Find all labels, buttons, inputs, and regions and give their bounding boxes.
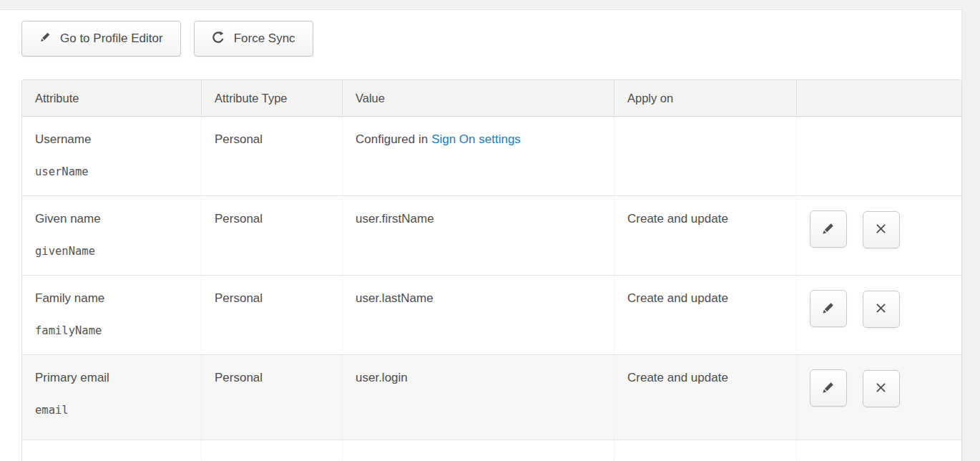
column-header-attribute-type: Attribute Type	[201, 80, 342, 117]
pencil-icon	[39, 31, 52, 47]
sign-on-settings-link[interactable]: Sign On settings	[431, 132, 521, 146]
content-card: Go to Profile Editor Force Sync Attribut…	[0, 9, 962, 461]
value-text: Configured in	[356, 132, 428, 146]
close-icon	[874, 381, 888, 397]
force-sync-button[interactable]: Force Sync	[194, 21, 313, 57]
attribute-variable-name: userName	[35, 165, 188, 178]
sync-icon	[212, 30, 225, 47]
attribute-type-cell: Personal	[201, 117, 342, 195]
attribute-variable-name: familyName	[35, 324, 188, 337]
delete-attribute-button[interactable]	[863, 291, 900, 328]
table-row-partial	[22, 440, 961, 461]
close-icon	[874, 222, 888, 238]
value-cell: user.login	[342, 354, 614, 440]
apply-on-cell	[614, 117, 796, 195]
apply-on-cell: Create and update	[614, 275, 796, 354]
attribute-type-cell: Personal	[201, 354, 342, 440]
apply-on-cell: Create and update	[614, 354, 796, 440]
edit-attribute-button[interactable]	[810, 290, 847, 327]
column-header-value: Value	[342, 80, 614, 117]
delete-attribute-button[interactable]	[863, 211, 900, 248]
attribute-type-cell: Personal	[201, 195, 342, 275]
attribute-mapping-table: Attribute Attribute Type Value Apply on …	[21, 79, 962, 461]
column-header-attribute: Attribute	[22, 80, 201, 117]
pencil-icon	[821, 301, 836, 317]
go-to-profile-editor-label: Go to Profile Editor	[60, 31, 163, 46]
table-row-primary-email: Primary email email Personal user.login …	[22, 354, 961, 440]
table-row-given-name: Given name givenName Personal user.first…	[22, 195, 961, 275]
attribute-variable-name: email	[35, 404, 188, 417]
go-to-profile-editor-button[interactable]: Go to Profile Editor	[21, 21, 181, 57]
column-header-actions	[796, 80, 961, 117]
value-cell: user.lastName	[342, 275, 614, 354]
pencil-icon	[821, 380, 836, 397]
attribute-variable-name: givenName	[35, 245, 188, 258]
value-cell: user.firstName	[342, 195, 614, 275]
column-header-apply-on: Apply on	[614, 80, 796, 117]
table-row-username: Username userName Personal Configured in…	[22, 117, 961, 195]
pencil-icon	[821, 221, 836, 238]
attribute-type-cell: Personal	[201, 275, 342, 354]
table-header-row: Attribute Attribute Type Value Apply on	[22, 80, 961, 117]
attribute-label: Primary email	[35, 371, 109, 384]
force-sync-label: Force Sync	[234, 31, 295, 46]
toolbar: Go to Profile Editor Force Sync	[0, 10, 961, 57]
attribute-label: Given name	[35, 212, 101, 225]
edit-attribute-button[interactable]	[810, 369, 847, 407]
apply-on-cell: Create and update	[614, 195, 796, 275]
delete-attribute-button[interactable]	[863, 370, 900, 407]
attribute-label: Family name	[35, 291, 104, 305]
attribute-label: Username	[35, 132, 91, 146]
edit-attribute-button[interactable]	[810, 210, 847, 248]
close-icon	[874, 301, 888, 317]
table-row-family-name: Family name familyName Personal user.las…	[22, 275, 961, 354]
